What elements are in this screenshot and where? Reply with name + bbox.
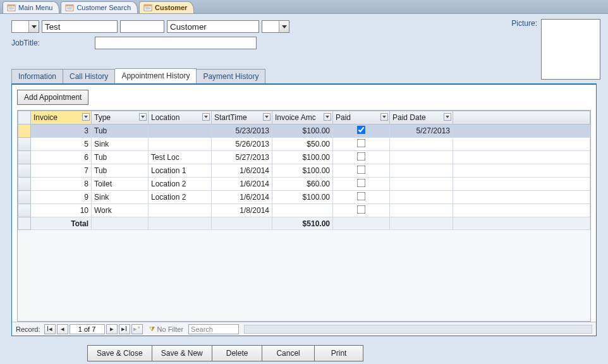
table-row[interactable]: 7TubLocation 11/6/2014$100.00 (18, 164, 590, 178)
nav-first-button[interactable]: I◂ (44, 324, 56, 334)
column-header[interactable]: Invoice (31, 111, 92, 124)
paid-checkbox[interactable] (357, 179, 366, 188)
cell-paid-date[interactable] (390, 164, 453, 178)
sub-tab[interactable]: Payment History (197, 69, 265, 83)
cell-paid[interactable] (333, 164, 390, 178)
table-row[interactable]: 10Work1/8/2014 (18, 204, 590, 217)
cell-amount[interactable]: $100.00 (272, 124, 333, 138)
cell-start[interactable]: 5/23/2013 (212, 124, 272, 138)
paid-checkbox[interactable] (357, 139, 366, 148)
document-tab[interactable]: Main Menu (3, 1, 59, 13)
cell-paid[interactable] (333, 151, 390, 164)
cell-start[interactable]: 1/6/2014 (212, 178, 272, 191)
paid-checkbox[interactable] (357, 205, 366, 214)
column-header[interactable]: Paid Date (390, 111, 453, 124)
cell-invoice[interactable]: 3 (31, 124, 92, 138)
cell-location[interactable] (149, 204, 212, 217)
column-header[interactable]: Location (149, 111, 212, 124)
cell-amount[interactable]: $100.00 (272, 164, 333, 178)
cell-paid[interactable] (333, 138, 390, 151)
nav-last-button[interactable]: ▸I (119, 324, 130, 334)
delete-button[interactable]: Delete (212, 345, 263, 361)
chevron-down-icon[interactable] (202, 113, 210, 121)
cell-paid-date[interactable] (390, 178, 453, 191)
cell-invoice[interactable]: 9 (31, 191, 92, 204)
cell-start[interactable]: 1/8/2014 (212, 204, 272, 217)
column-header[interactable]: Paid (333, 111, 390, 124)
sub-tab[interactable]: Appointment History (115, 68, 197, 83)
document-tab[interactable]: Customer Search (61, 1, 138, 13)
row-selector[interactable] (18, 124, 31, 138)
cell-paid[interactable] (333, 178, 390, 191)
cell-location[interactable]: Test Loc (149, 151, 212, 164)
table-row[interactable]: 8ToiletLocation 21/6/2014$60.00 (18, 178, 590, 191)
table-row[interactable]: 9SinkLocation 21/6/2014$100.00 (18, 191, 590, 204)
cell-location[interactable]: Location 2 (149, 178, 212, 191)
chevron-down-icon[interactable] (444, 113, 451, 121)
last-name-field[interactable] (167, 20, 259, 33)
table-row[interactable]: 3Tub5/23/2013$100.005/27/2013 (18, 124, 590, 138)
column-header[interactable]: StartTime (212, 111, 272, 124)
cell-type[interactable]: Tub (92, 124, 149, 138)
paid-checkbox[interactable] (357, 192, 366, 201)
search-input[interactable] (188, 324, 239, 334)
chevron-down-icon[interactable] (139, 113, 147, 121)
cell-start[interactable]: 1/6/2014 (212, 164, 272, 178)
cell-start[interactable]: 5/27/2013 (212, 151, 272, 164)
save-new-button[interactable]: Save & New (152, 345, 212, 361)
row-selector[interactable] (18, 164, 31, 178)
table-row[interactable]: 6TubTest Loc5/27/2013$100.00 (18, 151, 590, 164)
cell-invoice[interactable]: 6 (31, 151, 92, 164)
cell-type[interactable]: Sink (92, 138, 149, 151)
cell-invoice[interactable]: 8 (31, 178, 92, 191)
job-title-field[interactable] (95, 37, 257, 49)
cell-type[interactable]: Tub (92, 164, 149, 178)
cell-location[interactable] (149, 138, 212, 151)
paid-checkbox[interactable] (357, 126, 366, 135)
cell-type[interactable]: Tub (92, 151, 149, 164)
nav-next-button[interactable]: ▸ (106, 324, 118, 334)
sub-tab[interactable]: Information (11, 69, 63, 83)
appointments-grid[interactable]: InvoiceTypeLocationStartTimeInvoice AmcP… (17, 110, 591, 322)
chevron-down-icon[interactable] (82, 113, 90, 121)
cell-amount[interactable]: $100.00 (272, 151, 333, 164)
title-combo[interactable] (11, 20, 39, 33)
cell-paid-date[interactable]: 5/27/2013 (390, 124, 453, 138)
picture-placeholder[interactable] (541, 19, 600, 80)
cell-location[interactable]: Location 1 (149, 164, 212, 178)
cell-amount[interactable] (272, 204, 333, 217)
sub-tab[interactable]: Call History (63, 69, 115, 83)
print-button[interactable]: Print (315, 345, 364, 361)
cell-location[interactable] (149, 124, 212, 138)
row-selector[interactable] (18, 204, 31, 217)
cell-amount[interactable]: $100.00 (272, 191, 333, 204)
nav-new-button[interactable]: ▸* (131, 324, 143, 334)
row-selector[interactable] (18, 138, 31, 151)
column-header[interactable]: Invoice Amc (272, 111, 333, 124)
cell-start[interactable]: 1/6/2014 (212, 191, 272, 204)
document-tab[interactable]: Customer (139, 1, 194, 13)
row-selector[interactable] (18, 178, 31, 191)
cell-paid-date[interactable] (390, 191, 453, 204)
cell-invoice[interactable]: 7 (31, 164, 92, 178)
paid-checkbox[interactable] (357, 166, 366, 174)
row-selector-header[interactable] (18, 111, 31, 124)
cell-type[interactable]: Sink (92, 191, 149, 204)
filter-indicator[interactable]: ⧩ No Filter (149, 325, 184, 333)
cell-paid-date[interactable] (390, 151, 453, 164)
nav-position[interactable] (70, 324, 105, 334)
first-name-field[interactable] (42, 20, 118, 33)
add-appointment-button[interactable]: Add Appointment (17, 90, 88, 105)
suffix-combo[interactable] (262, 20, 289, 33)
cell-paid-date[interactable] (390, 138, 453, 151)
column-header[interactable]: Type (92, 111, 149, 124)
cancel-button[interactable]: Cancel (262, 345, 314, 361)
cell-type[interactable]: Toilet (92, 178, 149, 191)
cell-paid[interactable] (333, 124, 390, 138)
chevron-down-icon[interactable] (324, 113, 331, 121)
middle-name-field[interactable] (120, 20, 164, 33)
paid-checkbox[interactable] (357, 152, 366, 161)
cell-amount[interactable]: $50.00 (272, 138, 333, 151)
row-selector[interactable] (18, 151, 31, 164)
cell-paid[interactable] (333, 204, 390, 217)
